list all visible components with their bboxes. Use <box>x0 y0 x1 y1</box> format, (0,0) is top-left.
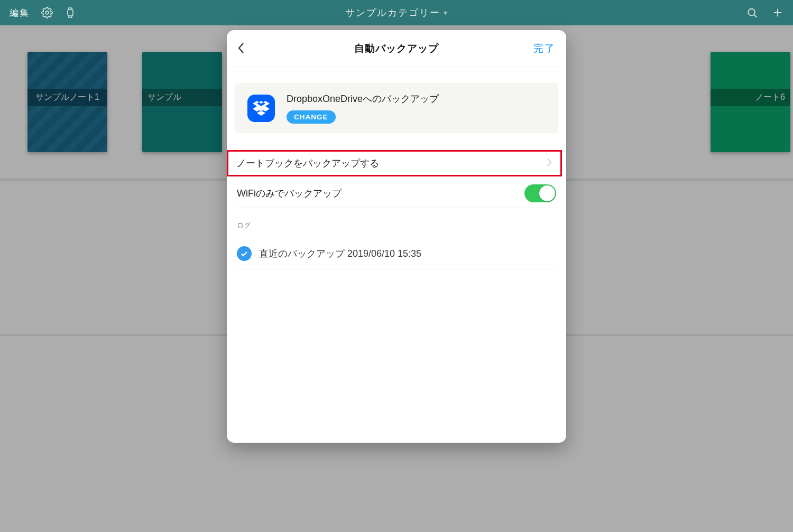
search-icon[interactable] <box>746 7 758 18</box>
navbar: 編集 サンプルカテゴリー ▼ <box>0 0 793 25</box>
wifi-only-row: WiFiのみでバックアップ <box>235 179 558 208</box>
category-dropdown[interactable]: サンプルカテゴリー ▼ <box>345 6 448 19</box>
navbar-left: 編集 <box>10 7 76 19</box>
svg-point-0 <box>45 11 49 14</box>
modal-header: 自動バックアップ 完了 <box>227 30 566 67</box>
wifi-only-label: WiFiのみでバックアップ <box>237 187 342 200</box>
gear-icon[interactable] <box>41 7 53 18</box>
backup-service-card: DropboxOneDriveへのバックアップ CHANGE <box>235 83 558 133</box>
last-backup-row: 直近のバックアップ 2019/06/10 15:35 <box>235 238 558 269</box>
check-icon <box>237 246 252 261</box>
modal-body: DropboxOneDriveへのバックアップ CHANGE ノートブックをバッ… <box>227 67 566 443</box>
dropbox-icon <box>247 95 275 122</box>
backup-notebooks-row[interactable]: ノートブックをバックアップする <box>227 150 562 176</box>
chevron-down-icon: ▼ <box>443 10 448 16</box>
log-section-header: ログ <box>235 221 558 230</box>
back-button[interactable] <box>237 42 250 55</box>
category-title: サンプルカテゴリー <box>345 6 440 19</box>
navbar-right <box>746 7 783 18</box>
chevron-right-icon <box>547 158 552 169</box>
done-button[interactable]: 完了 <box>533 42 556 55</box>
last-backup-text: 直近のバックアップ 2019/06/10 15:35 <box>259 247 421 260</box>
wifi-only-toggle[interactable] <box>524 184 556 202</box>
backup-notebooks-label: ノートブックをバックアップする <box>236 157 379 170</box>
svg-point-2 <box>748 8 755 15</box>
backup-service-label: DropboxOneDriveへのバックアップ <box>287 92 439 105</box>
auto-backup-modal: 自動バックアップ 完了 DropboxOneDriveへのバックアップ CHAN… <box>227 30 566 443</box>
change-button[interactable]: CHANGE <box>287 110 336 124</box>
toggle-knob <box>539 185 555 201</box>
svg-rect-1 <box>68 10 73 16</box>
modal-title: 自動バックアップ <box>354 42 439 55</box>
backup-info: DropboxOneDriveへのバックアップ CHANGE <box>287 92 439 124</box>
watch-icon[interactable] <box>64 7 76 18</box>
plus-icon[interactable] <box>772 7 783 18</box>
edit-button[interactable]: 編集 <box>10 7 30 19</box>
